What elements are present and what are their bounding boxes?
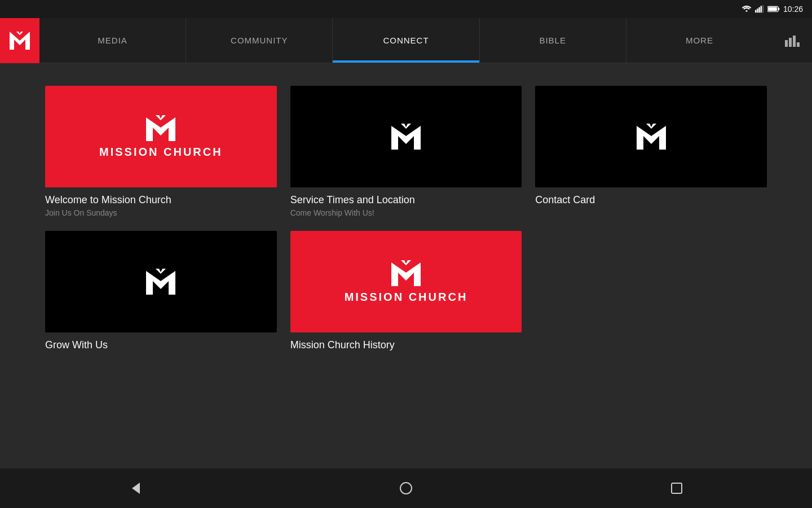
svg-marker-19 — [646, 124, 656, 129]
signal-icon — [755, 5, 764, 13]
card-service-times-title: Service Times and Location — [290, 194, 522, 206]
card-welcome-brand-text: MISSION CHURCH — [99, 146, 223, 159]
status-icons: 10:26 — [742, 5, 803, 14]
tab-connect[interactable]: CONNECT — [333, 18, 479, 63]
svg-rect-12 — [793, 36, 796, 47]
card-service-times-subtitle: Come Worship With Us! — [290, 208, 522, 217]
card-welcome-image: MISSION CHURCH — [45, 86, 277, 187]
svg-point-25 — [400, 483, 412, 494]
svg-rect-26 — [672, 483, 682, 493]
card-welcome-title: Welcome to Mission Church — [45, 194, 277, 206]
svg-marker-23 — [401, 260, 411, 265]
chart-icon[interactable] — [785, 34, 800, 47]
tab-bible[interactable]: BIBLE — [480, 18, 626, 63]
mc-logo-icon-2 — [391, 124, 421, 150]
mc-logo-icon-4 — [146, 269, 175, 295]
app-logo[interactable] — [0, 18, 39, 63]
tab-media[interactable]: MEDIA — [39, 18, 186, 63]
svg-marker-24 — [132, 483, 140, 494]
card-grow-image — [45, 231, 277, 332]
card-grow-title: Grow With Us — [45, 339, 277, 351]
card-history-brand-text: MISSION CHURCH — [345, 291, 468, 304]
card-contact[interactable]: Contact Card — [535, 86, 767, 217]
logo-icon — [10, 32, 30, 50]
card-history[interactable]: MISSION CHURCH Mission Church History — [290, 231, 522, 351]
nav-right-actions — [773, 34, 812, 47]
back-button[interactable] — [118, 471, 152, 505]
svg-rect-1 — [757, 8, 758, 12]
svg-rect-10 — [785, 40, 788, 47]
card-welcome[interactable]: MISSION CHURCH Welcome to Mission Church… — [45, 86, 277, 217]
battery-icon — [767, 6, 780, 12]
svg-rect-4 — [762, 6, 764, 13]
card-contact-title: Contact Card — [535, 194, 767, 206]
svg-rect-7 — [768, 7, 777, 11]
card-contact-image — [535, 86, 767, 187]
bottom-nav — [0, 468, 812, 508]
svg-rect-0 — [755, 10, 756, 13]
svg-marker-16 — [391, 126, 421, 150]
recents-button[interactable] — [660, 471, 694, 505]
card-welcome-subtitle: Join Us On Sundays — [45, 208, 277, 217]
main-content: MISSION CHURCH Welcome to Mission Church… — [0, 63, 812, 362]
svg-rect-2 — [758, 7, 760, 13]
cards-row-2: Grow With Us MISSION CHURCH Mission Chur… — [45, 231, 767, 351]
tab-community[interactable]: COMMUNITY — [186, 18, 333, 63]
card-history-title: Mission Church History — [290, 339, 522, 351]
svg-rect-6 — [778, 8, 779, 11]
svg-marker-9 — [16, 32, 23, 35]
mc-logo-icon-3 — [637, 124, 666, 150]
wifi-icon — [742, 5, 752, 13]
svg-rect-13 — [797, 42, 800, 47]
svg-marker-15 — [156, 115, 166, 120]
svg-rect-11 — [789, 38, 792, 47]
svg-marker-20 — [146, 271, 175, 295]
status-bar: 10:26 — [0, 0, 812, 18]
empty-cell — [535, 231, 767, 351]
nav-tabs: MEDIA COMMUNITY CONNECT BIBLE MORE — [39, 18, 773, 63]
card-grow[interactable]: Grow With Us — [45, 231, 277, 351]
home-button[interactable] — [389, 471, 423, 505]
svg-rect-3 — [761, 6, 762, 12]
tab-more[interactable]: MORE — [626, 18, 773, 63]
nav-bar: MEDIA COMMUNITY CONNECT BIBLE MORE — [0, 18, 812, 63]
svg-marker-21 — [156, 269, 166, 274]
status-time: 10:26 — [783, 5, 803, 14]
svg-marker-18 — [637, 126, 666, 150]
card-history-image: MISSION CHURCH — [290, 231, 522, 332]
mc-logo-icon-1 — [146, 115, 175, 141]
card-service-times-image — [290, 86, 522, 187]
svg-marker-14 — [146, 117, 175, 141]
svg-marker-22 — [391, 262, 421, 286]
card-service-times[interactable]: Service Times and Location Come Worship … — [290, 86, 522, 217]
cards-row-1: MISSION CHURCH Welcome to Mission Church… — [45, 86, 767, 217]
mc-logo-icon-5 — [391, 260, 421, 286]
svg-marker-17 — [401, 124, 411, 129]
